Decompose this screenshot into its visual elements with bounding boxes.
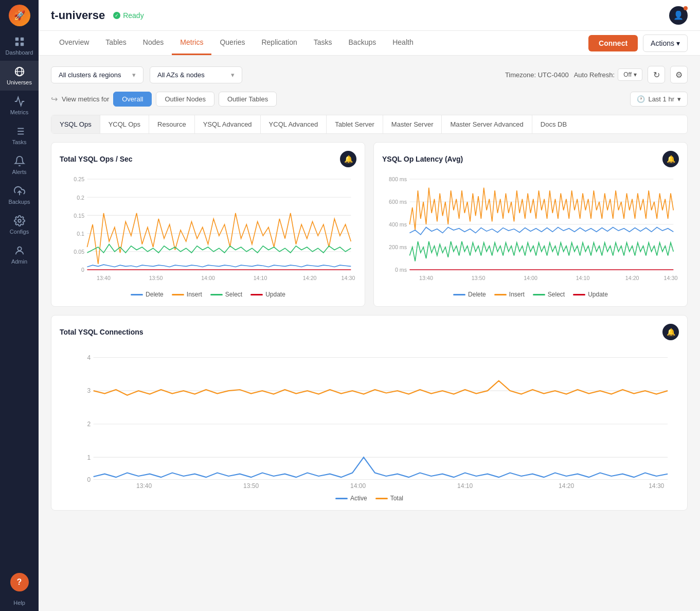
tab-tables[interactable]: Tables — [97, 31, 134, 55]
refresh-button[interactable]: ↻ — [648, 66, 665, 83]
outlier-nodes-button[interactable]: Outlier Nodes — [156, 92, 214, 107]
sidebar-item-universes-label: Universes — [7, 79, 32, 85]
refresh-value: Off — [623, 71, 632, 78]
tab-nodes[interactable]: Nodes — [135, 31, 172, 55]
tab-metrics[interactable]: Metrics — [172, 31, 211, 55]
legend-latency-insert-label: Insert — [509, 291, 525, 298]
chart-ysql-latency-bell[interactable]: 🔔 — [662, 151, 679, 167]
refresh-chevron-icon: ▾ — [634, 71, 637, 78]
metric-tab-resource[interactable]: Resource — [149, 115, 195, 133]
svg-text:0 ms: 0 ms — [395, 267, 407, 273]
metric-tab-ycql-advanced[interactable]: YCQL Advanced — [261, 115, 327, 133]
actions-chevron-icon: ▾ — [676, 39, 680, 47]
sidebar-item-configs[interactable]: Configs — [0, 210, 39, 240]
chart-ysql-latency: YSQL Op Latency (Avg) 🔔 800 ms 600 ms — [373, 142, 688, 307]
svg-text:14:00: 14:00 — [350, 482, 366, 490]
legend-latency-select-label: Select — [548, 291, 565, 298]
nav-tabs: Overview Tables Nodes Metrics Queries Re… — [39, 31, 700, 56]
legend-insert: Insert — [172, 291, 202, 298]
metric-tab-master-server-advanced[interactable]: Master Server Advanced — [442, 115, 532, 133]
metric-tab-docs-db[interactable]: Docs DB — [532, 115, 575, 133]
legend-select: Select — [210, 291, 242, 298]
metric-tab-ysql-ops[interactable]: YSQL Ops — [51, 115, 100, 133]
svg-text:14:30: 14:30 — [649, 482, 664, 490]
chart-ysql-connections-legend: Active Total — [60, 495, 679, 502]
charts-grid: Total YSQL Ops / Sec 🔔 0.25 0.2 — [51, 142, 688, 307]
sidebar-item-metrics[interactable]: Metrics — [0, 91, 39, 120]
metrics-bar: ↪ View metrics for Overall Outlier Nodes… — [51, 92, 688, 107]
svg-rect-1 — [20, 38, 23, 41]
outlier-tables-button[interactable]: Outlier Tables — [219, 92, 277, 107]
sidebar-item-universes[interactable]: Universes — [0, 61, 39, 91]
svg-text:2: 2 — [87, 421, 91, 428]
cluster-dropdown[interactable]: All clusters & regions ▾ — [51, 66, 143, 83]
metric-tab-ysql-advanced[interactable]: YSQL Advanced — [195, 115, 261, 133]
actions-label: Actions — [651, 39, 674, 47]
sidebar-item-backups-label: Backups — [8, 199, 30, 205]
sidebar: 🚀 Dashboard Universes Metrics Tasks Aler… — [0, 0, 39, 611]
svg-text:13:40: 13:40 — [419, 275, 433, 281]
sidebar-item-alerts[interactable]: Alerts — [0, 150, 39, 180]
tab-tasks[interactable]: Tasks — [306, 31, 340, 55]
tab-queries[interactable]: Queries — [211, 31, 253, 55]
auto-refresh: Auto Refresh: Off ▾ — [574, 68, 642, 81]
svg-text:13:50: 13:50 — [149, 275, 163, 281]
time-chevron-icon: ▾ — [677, 95, 681, 103]
svg-point-14 — [18, 219, 21, 222]
az-chevron-icon: ▾ — [231, 71, 235, 79]
legend-latency-delete-label: Delete — [468, 291, 486, 298]
sidebar-item-admin[interactable]: Admin — [0, 240, 39, 270]
tab-backups[interactable]: Backups — [340, 31, 385, 55]
app-logo[interactable]: 🚀 — [9, 5, 30, 26]
sidebar-logo: 🚀 — [0, 0, 39, 31]
svg-text:14:30: 14:30 — [342, 275, 355, 281]
svg-text:0.05: 0.05 — [74, 249, 84, 255]
legend-latency-select-line — [533, 294, 545, 295]
svg-text:14:20: 14:20 — [559, 482, 574, 490]
universe-name: t-universe — [51, 9, 105, 22]
actions-button[interactable]: Actions ▾ — [643, 34, 688, 52]
chart-ysql-ops-bell[interactable]: 🔔 — [340, 151, 356, 167]
sidebar-item-dashboard[interactable]: Dashboard — [0, 31, 39, 61]
legend-latency-delete-line — [453, 294, 465, 295]
connect-button[interactable]: Connect — [588, 35, 638, 51]
tab-replication[interactable]: Replication — [253, 31, 305, 55]
metric-tab-master-server[interactable]: Master Server — [383, 115, 442, 133]
settings-button[interactable]: ⚙ — [670, 66, 688, 83]
topbar: t-universe Ready 👤 — [39, 0, 700, 31]
sidebar-bottom: ? Help — [0, 573, 39, 611]
cluster-label: All clusters & regions — [59, 71, 121, 79]
sidebar-item-configs-label: Configs — [10, 229, 29, 235]
metric-tab-ycql-ops[interactable]: YCQL Ops — [100, 115, 149, 133]
legend-total: Total — [375, 495, 403, 502]
help-button[interactable]: ? — [10, 573, 29, 591]
filter-bar: All clusters & regions ▾ All AZs & nodes… — [51, 66, 688, 83]
sidebar-item-help[interactable]: Help — [0, 595, 39, 611]
svg-text:0.2: 0.2 — [77, 194, 84, 200]
overall-button[interactable]: Overall — [113, 92, 152, 107]
sidebar-item-tasks[interactable]: Tasks — [0, 120, 39, 150]
main-content: t-universe Ready 👤 Overview Tables Nodes… — [39, 0, 700, 611]
auto-refresh-label: Auto Refresh: — [574, 71, 615, 79]
svg-text:13:40: 13:40 — [136, 482, 152, 490]
sidebar-item-backups[interactable]: Backups — [0, 180, 39, 210]
refresh-toggle[interactable]: Off ▾ — [618, 68, 642, 81]
svg-rect-0 — [15, 38, 18, 41]
user-avatar[interactable]: 👤 — [669, 6, 688, 25]
tab-overview[interactable]: Overview — [51, 31, 97, 55]
svg-rect-2 — [15, 43, 18, 46]
tab-health[interactable]: Health — [384, 31, 421, 55]
status-dot — [113, 12, 120, 19]
legend-insert-label: Insert — [187, 291, 202, 298]
filter-right: Timezone: UTC-0400 Auto Refresh: Off ▾ ↻… — [505, 66, 688, 83]
legend-latency-delete: Delete — [453, 291, 486, 298]
az-label: All AZs & nodes — [157, 71, 205, 79]
svg-text:0.1: 0.1 — [77, 231, 84, 237]
az-dropdown[interactable]: All AZs & nodes ▾ — [150, 66, 242, 83]
svg-text:0.25: 0.25 — [74, 176, 84, 182]
legend-total-label: Total — [390, 495, 403, 502]
metric-tab-tablet-server[interactable]: Tablet Server — [327, 115, 383, 133]
svg-text:4: 4 — [87, 354, 91, 361]
time-selector[interactable]: 🕐 Last 1 hr ▾ — [630, 92, 688, 107]
chart-ysql-connections-bell[interactable]: 🔔 — [662, 324, 679, 340]
